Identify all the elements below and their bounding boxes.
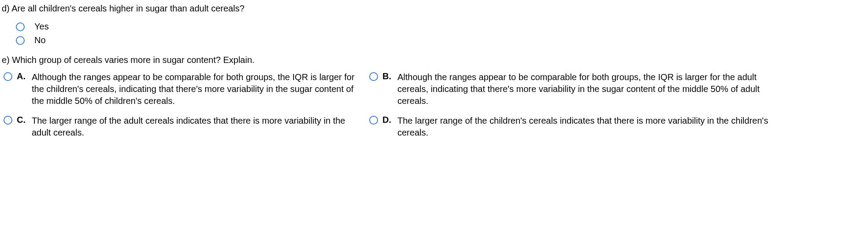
question-e-prompt: e) Which group of cereals varies more in… [2,55,866,65]
choice-c-text: The larger range of the adult cereals in… [32,115,360,139]
choice-a-letter: A. [17,71,26,81]
choice-a: A. Although the ranges appear to be comp… [4,71,360,107]
radio-no[interactable] [16,36,25,45]
radio-choice-a[interactable] [4,72,12,81]
radio-choice-b[interactable] [369,72,378,81]
radio-choice-c[interactable] [4,116,12,125]
radio-choice-d[interactable] [369,116,378,125]
choice-a-text: Although the ranges appear to be compara… [32,71,360,107]
choice-d: D. The larger range of the children's ce… [369,115,783,139]
choice-c: C. The larger range of the adult cereals… [4,115,360,139]
choice-d-text: The larger range of the children's cerea… [397,115,783,139]
choice-b-letter: B. [382,71,392,81]
choice-b-text: Although the ranges appear to be compara… [397,71,783,107]
choice-b: B. Although the ranges appear to be comp… [369,71,783,107]
choice-d-letter: D. [382,115,392,125]
radio-yes[interactable] [16,22,25,31]
question-d-prompt: d) Are all children's cereals higher in … [2,4,866,14]
choice-c-letter: C. [17,115,26,125]
question-e-choices: A. Although the ranges appear to be comp… [4,71,866,139]
option-yes-row: Yes [16,22,866,32]
option-no-row: No [16,35,866,45]
question-d-options: Yes No [16,22,866,45]
option-yes-label: Yes [34,22,49,32]
option-no-label: No [34,35,46,45]
